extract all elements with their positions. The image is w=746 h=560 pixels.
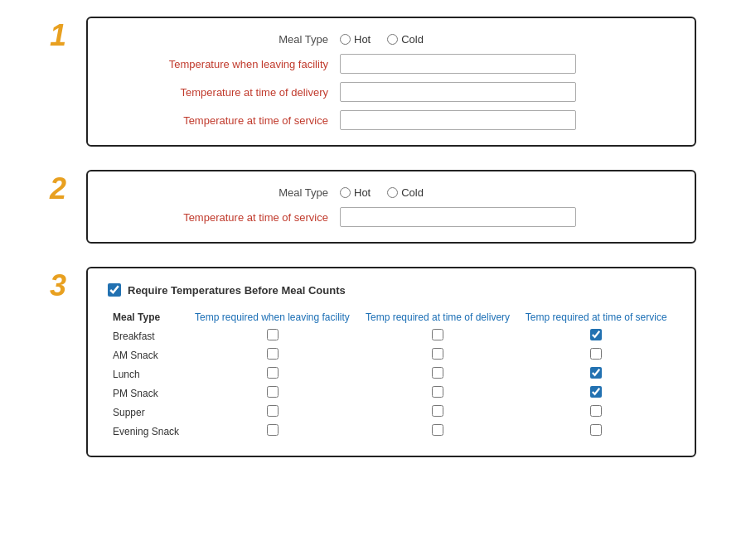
meal-type-row-1: Meal Type Hot Cold bbox=[108, 33, 675, 46]
meal-name-cell: PM Snack bbox=[108, 384, 186, 403]
check-cell bbox=[186, 326, 357, 345]
table-row: Breakfast bbox=[108, 326, 675, 345]
hot-option-1[interactable]: Hot bbox=[340, 33, 371, 46]
check-cell bbox=[186, 384, 357, 403]
table-row: AM Snack bbox=[108, 345, 675, 364]
checkbox-c1-0[interactable] bbox=[267, 329, 279, 340]
meal-type-label-2: Meal Type bbox=[108, 186, 340, 199]
check-cell bbox=[517, 364, 675, 384]
temp-delivery-row: Temperature at time of delivery bbox=[108, 82, 675, 102]
table-row: Supper bbox=[108, 403, 675, 422]
checkbox-c1-5[interactable] bbox=[267, 424, 279, 436]
require-temps-row: Require Temperatures Before Meal Counts bbox=[108, 283, 675, 297]
table-row: Evening Snack bbox=[108, 422, 675, 441]
table-row: PM Snack bbox=[108, 384, 675, 403]
check-cell bbox=[186, 403, 357, 422]
cold-label-2: Cold bbox=[401, 186, 424, 199]
check-cell bbox=[517, 326, 675, 345]
hot-label-2: Hot bbox=[354, 186, 371, 199]
checkbox-c2-4[interactable] bbox=[432, 405, 443, 417]
table-header-row: Meal Type Temp required when leaving fac… bbox=[108, 308, 675, 326]
check-cell bbox=[358, 403, 518, 422]
temps-table: Meal Type Temp required when leaving fac… bbox=[108, 308, 675, 441]
check-cell bbox=[517, 422, 675, 441]
temp-service-input-1[interactable] bbox=[340, 110, 576, 130]
meal-name-cell: Supper bbox=[108, 403, 186, 422]
meal-type-radio-group-1: Hot Cold bbox=[340, 33, 424, 46]
col-meal-type-header: Meal Type bbox=[108, 308, 186, 326]
check-cell bbox=[517, 345, 675, 364]
section-number-2: 2 bbox=[50, 171, 75, 206]
temp-service-row-1: Temperature at time of service bbox=[108, 110, 675, 130]
meal-type-radio-group-2: Hot Cold bbox=[340, 186, 424, 199]
col-delivery-header: Temp required at time of delivery bbox=[358, 308, 518, 326]
section-3: 3 Require Temperatures Before Meal Count… bbox=[50, 267, 696, 457]
temp-delivery-label: Temperature at time of delivery bbox=[108, 86, 340, 99]
hot-option-2[interactable]: Hot bbox=[340, 186, 371, 199]
col-leaving-header: Temp required when leaving facility bbox=[186, 308, 357, 326]
check-cell bbox=[186, 422, 357, 441]
checkbox-c3-5[interactable] bbox=[590, 424, 602, 436]
card-1: Meal Type Hot Cold Temperature when leav… bbox=[86, 17, 696, 147]
hot-radio-2[interactable] bbox=[340, 187, 351, 198]
checkbox-c3-1[interactable] bbox=[590, 348, 602, 360]
checkbox-c3-4[interactable] bbox=[590, 405, 602, 417]
col-service-header: Temp required at time of service bbox=[517, 308, 675, 326]
hot-radio-1[interactable] bbox=[340, 34, 351, 45]
checkbox-c2-0[interactable] bbox=[432, 329, 443, 340]
checkbox-c1-1[interactable] bbox=[267, 348, 279, 360]
cold-label-1: Cold bbox=[401, 33, 424, 46]
check-cell bbox=[358, 345, 518, 364]
checkbox-c2-2[interactable] bbox=[432, 367, 443, 379]
checkbox-c3-2[interactable] bbox=[590, 367, 602, 379]
meal-name-cell: Evening Snack bbox=[108, 422, 186, 441]
checkbox-c1-3[interactable] bbox=[267, 386, 279, 398]
card-3: Require Temperatures Before Meal Counts … bbox=[86, 267, 696, 457]
require-temps-checkbox[interactable] bbox=[108, 283, 121, 297]
check-cell bbox=[358, 364, 518, 384]
check-cell bbox=[186, 345, 357, 364]
hot-label-1: Hot bbox=[354, 33, 371, 46]
section-number-1: 1 bbox=[50, 18, 75, 53]
checkbox-c2-5[interactable] bbox=[432, 424, 443, 436]
meal-type-label-1: Meal Type bbox=[108, 33, 340, 46]
checkbox-c1-2[interactable] bbox=[267, 367, 279, 379]
check-cell bbox=[358, 326, 518, 345]
section-number-3: 3 bbox=[50, 268, 75, 303]
section-2: 2 Meal Type Hot Cold Temperature at time… bbox=[50, 170, 696, 244]
checkbox-c3-3[interactable] bbox=[590, 386, 602, 398]
checkbox-c2-1[interactable] bbox=[432, 348, 443, 360]
check-cell bbox=[358, 384, 518, 403]
checkbox-c1-4[interactable] bbox=[267, 405, 279, 417]
cold-option-2[interactable]: Cold bbox=[387, 186, 424, 199]
temp-delivery-input[interactable] bbox=[340, 82, 576, 102]
meal-name-cell: Lunch bbox=[108, 364, 186, 384]
temp-leaving-input[interactable] bbox=[340, 54, 576, 74]
check-cell bbox=[186, 364, 357, 384]
check-cell bbox=[358, 422, 518, 441]
meal-name-cell: Breakfast bbox=[108, 326, 186, 345]
meal-type-row-2: Meal Type Hot Cold bbox=[108, 186, 675, 199]
require-temps-label: Require Temperatures Before Meal Counts bbox=[128, 284, 346, 297]
table-row: Lunch bbox=[108, 364, 675, 384]
temp-leaving-label: Temperature when leaving facility bbox=[108, 58, 340, 70]
cold-radio-2[interactable] bbox=[387, 187, 398, 198]
temp-service-label-1: Temperature at time of service bbox=[108, 114, 340, 127]
section-1: 1 Meal Type Hot Cold Temperature when le… bbox=[50, 17, 696, 147]
cold-option-1[interactable]: Cold bbox=[387, 33, 424, 46]
temp-service-input-2[interactable] bbox=[340, 207, 576, 227]
checkbox-c3-0[interactable] bbox=[590, 329, 602, 340]
meal-name-cell: AM Snack bbox=[108, 345, 186, 364]
cold-radio-1[interactable] bbox=[387, 34, 398, 45]
temp-service-row-2: Temperature at time of service bbox=[108, 207, 675, 227]
checkbox-c2-3[interactable] bbox=[432, 386, 443, 398]
card-2: Meal Type Hot Cold Temperature at time o… bbox=[86, 170, 696, 244]
temp-leaving-row: Temperature when leaving facility bbox=[108, 54, 675, 74]
check-cell bbox=[517, 403, 675, 422]
check-cell bbox=[517, 384, 675, 403]
temp-service-label-2: Temperature at time of service bbox=[108, 211, 340, 224]
